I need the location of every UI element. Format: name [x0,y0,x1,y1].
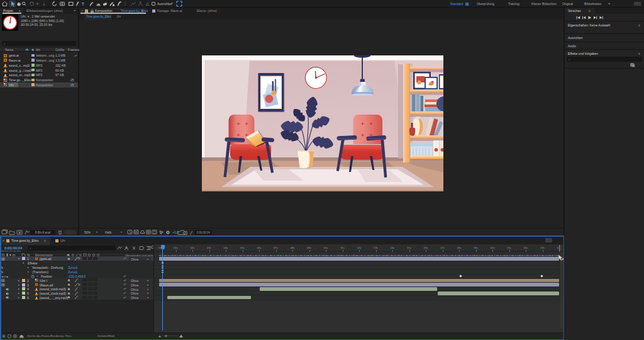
svg-text:☐: ☐ [153,230,156,234]
svg-text:T: T [82,1,85,7]
svg-text:8-Bit-Kanal: 8-Bit-Kanal [35,230,51,234]
